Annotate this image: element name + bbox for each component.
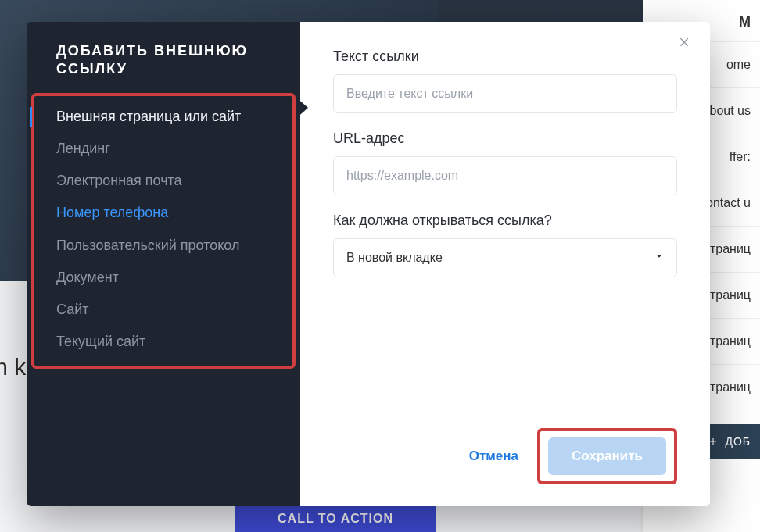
close-button[interactable]	[676, 33, 694, 54]
sidebar-pointer-arrow	[296, 97, 308, 119]
modal-sidebar: ДОБАВИТЬ ВНЕШНЮЮ ССЫЛКУ Внешняя страница…	[27, 22, 300, 506]
highlight-box-save: Сохранить	[537, 428, 677, 484]
highlight-box-sidebar: Внешняя страница или сайтЛендингЭлектрон…	[31, 93, 296, 370]
add-external-link-modal: ДОБАВИТЬ ВНЕШНЮЮ ССЫЛКУ Внешняя страница…	[27, 22, 710, 506]
link-type-item[interactable]: Лендинг	[34, 133, 292, 165]
link-type-item[interactable]: Документ	[34, 262, 292, 294]
modal-footer: Отмена Сохранить	[333, 412, 677, 484]
link-type-item[interactable]: Номер телефона	[34, 197, 292, 229]
save-button[interactable]: Сохранить	[548, 437, 666, 475]
modal-content: Текст ссылки URL-адрес Как должна открыв…	[300, 22, 710, 506]
cancel-button[interactable]: Отмена	[466, 441, 522, 472]
link-type-item[interactable]: Пользовательский протокол	[34, 230, 292, 262]
close-icon	[679, 36, 691, 48]
open-mode-select[interactable]	[333, 238, 677, 277]
link-text-label: Текст ссылки	[333, 48, 677, 65]
link-type-item[interactable]: Текущий сайт	[34, 326, 292, 358]
link-type-list: Внешняя страница или сайтЛендингЭлектрон…	[34, 101, 292, 359]
link-text-input[interactable]	[333, 74, 677, 113]
link-type-item[interactable]: Электронная почта	[34, 165, 292, 197]
url-input[interactable]	[333, 156, 677, 195]
add-page-label: ДОБ	[725, 435, 751, 448]
url-label: URL-адрес	[333, 130, 677, 147]
url-block: URL-адрес	[333, 130, 677, 195]
open-mode-label: Как должна открываться ссылка?	[333, 212, 677, 229]
modal-title: ДОБАВИТЬ ВНЕШНЮЮ ССЫЛКУ	[27, 42, 300, 93]
open-mode-block: Как должна открываться ссылка?	[333, 212, 677, 277]
link-type-item[interactable]: Сайт	[34, 294, 292, 326]
link-type-item[interactable]: Внешняя страница или сайт	[34, 101, 292, 133]
link-text-block: Текст ссылки	[333, 48, 677, 113]
